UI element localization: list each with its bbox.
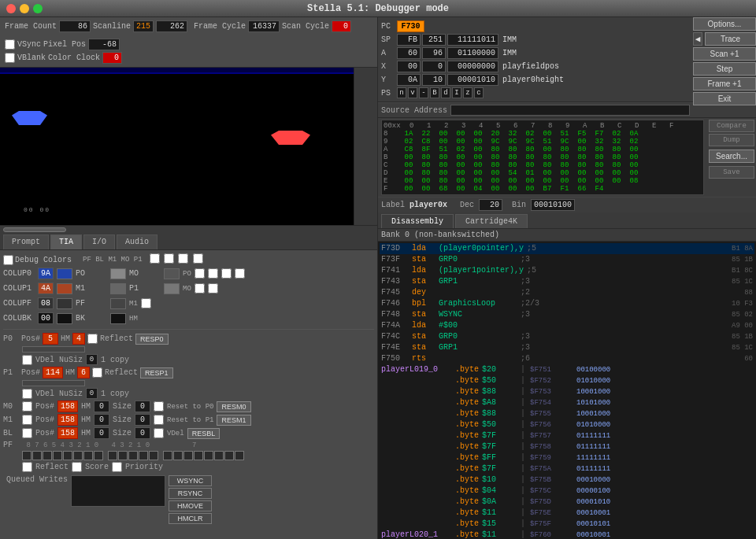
m1-hm-value[interactable]: 0 bbox=[94, 414, 109, 426]
disasm-row[interactable]: .byte $50 | $F752 01010000 bbox=[380, 375, 754, 386]
debug-colors-label[interactable]: Debug Colors bbox=[3, 255, 72, 265]
m0-reset-cb[interactable] bbox=[154, 401, 164, 412]
search-button[interactable]: Search... bbox=[709, 150, 754, 163]
left-arrow[interactable]: ◀ bbox=[693, 32, 702, 46]
memory-row[interactable]: C0080800000808080808080808000 bbox=[384, 161, 702, 169]
m1-size-value[interactable]: 0 bbox=[135, 414, 150, 426]
disasm-row[interactable]: .byte $88 | $F755 10001000 bbox=[380, 408, 754, 419]
bl-size-value[interactable]: 0 bbox=[135, 427, 150, 439]
memory-row[interactable]: 902C80000009C9C9C519C00323202 bbox=[384, 138, 702, 146]
x-value[interactable]: 00 bbox=[397, 61, 421, 72]
trace-button[interactable]: Trace bbox=[705, 32, 756, 46]
options-button[interactable]: Options... bbox=[693, 17, 756, 31]
p1-hm-value[interactable]: 6 bbox=[77, 367, 90, 378]
pf-bit-2[interactable] bbox=[43, 451, 52, 460]
disasm-tab-disassembly[interactable]: Disassembly bbox=[381, 214, 454, 228]
sp-value[interactable]: FB bbox=[397, 34, 421, 46]
pf-bit-18[interactable] bbox=[214, 451, 224, 460]
disasm-row[interactable]: F73F sta GRP0 ;3 85 1B bbox=[380, 254, 754, 265]
p1-reflect-cb[interactable] bbox=[92, 367, 102, 378]
p0-vdel-cb[interactable] bbox=[22, 355, 32, 365]
pf-bit-4[interactable] bbox=[63, 451, 72, 460]
disasm-row[interactable]: .byte $7F | $F758 01111111 bbox=[380, 441, 754, 452]
rsync-button[interactable]: RSYNC bbox=[169, 488, 212, 499]
memory-row[interactable]: AC88F510200808080008080808000 bbox=[384, 146, 702, 153]
memory-row[interactable]: E0000800000000000000000000008 bbox=[384, 177, 702, 185]
pf-reflect-cb[interactable] bbox=[22, 462, 32, 472]
disasm-row[interactable]: .byte $7F | $F757 01111111 bbox=[380, 430, 754, 441]
resbl-button[interactable]: RESBL bbox=[187, 428, 220, 439]
disasm-row[interactable]: .byte $A8 | $F754 10101000 bbox=[380, 397, 754, 408]
ps-flag-dash[interactable]: - bbox=[419, 87, 428, 98]
resp1-button[interactable]: RESP1 bbox=[140, 367, 173, 378]
ps-flag-i[interactable]: I bbox=[452, 87, 461, 98]
p0-nusiz-value[interactable]: 0 bbox=[86, 354, 98, 365]
maximize-button[interactable] bbox=[33, 4, 43, 13]
m1-cb2[interactable] bbox=[141, 298, 151, 308]
horizontal-scrollbar[interactable] bbox=[3, 227, 66, 232]
p0-reflect-cb[interactable] bbox=[87, 334, 98, 344]
colup1-value[interactable]: 4A bbox=[38, 282, 54, 294]
ps-flag-v[interactable]: v bbox=[408, 87, 417, 98]
a-value[interactable]: 60 bbox=[397, 47, 421, 59]
disasm-row[interactable]: F750 rts ;6 60 bbox=[380, 353, 754, 364]
m1-pos-value[interactable]: 158 bbox=[57, 414, 78, 426]
disasm-row[interactable]: .byte $11 | $F75E 00010001 bbox=[380, 508, 754, 519]
resm0-button[interactable]: RESM0 bbox=[217, 401, 250, 412]
debug-colors-checkbox[interactable] bbox=[3, 255, 13, 265]
p1-pos-value[interactable]: 114 bbox=[43, 367, 63, 378]
bl-enable-cb[interactable] bbox=[22, 428, 32, 438]
frame-plus1-button[interactable]: Frame +1 bbox=[693, 77, 756, 90]
memory-row[interactable]: 81A220000002032020051F5F7020A bbox=[384, 130, 702, 138]
y-value[interactable]: 0A bbox=[397, 74, 421, 86]
bl-cb[interactable] bbox=[164, 253, 174, 264]
disasm-row[interactable]: .byte $04 | $F75C 00000100 bbox=[380, 485, 754, 497]
pf-bit-10[interactable] bbox=[128, 451, 138, 460]
colubk-value[interactable]: 00 bbox=[38, 312, 54, 324]
bl-vdel-cb[interactable] bbox=[154, 428, 164, 438]
source-addr-display[interactable] bbox=[450, 105, 690, 116]
tab-tia[interactable]: TIA bbox=[50, 234, 82, 249]
pf-bit-14[interactable] bbox=[173, 451, 183, 460]
p0-pf-cb[interactable] bbox=[195, 268, 205, 279]
disasm-row[interactable]: F743 sta GRP1 ;3 85 1C bbox=[380, 276, 754, 287]
m0-enable-cb[interactable] bbox=[22, 401, 32, 412]
pf-bit-11[interactable] bbox=[139, 451, 148, 460]
p0-bl-cb[interactable] bbox=[208, 268, 218, 279]
disasm-row[interactable]: F746 bpl GraphicsLoop ;2/3 10 F3 bbox=[380, 298, 754, 309]
p0-m0-cb[interactable] bbox=[221, 268, 232, 279]
pf-cb[interactable] bbox=[150, 253, 160, 264]
pf-score-cb[interactable] bbox=[72, 462, 82, 472]
ps-flag-n[interactable]: n bbox=[397, 87, 406, 98]
wsync-button[interactable]: WSYNC bbox=[169, 475, 212, 486]
disasm-row[interactable]: .byte $88 | $F753 10001000 bbox=[380, 386, 754, 397]
disasm-row[interactable]: F74E sta GRP1 ;3 85 1C bbox=[380, 342, 754, 353]
resm1-button[interactable]: RESM1 bbox=[217, 415, 250, 426]
m0-cb2[interactable] bbox=[195, 283, 205, 293]
disasm-row[interactable]: .byte $FF | $F759 11111111 bbox=[380, 452, 754, 463]
vsync-checkbox[interactable] bbox=[5, 39, 15, 50]
tab-prompt[interactable]: Prompt bbox=[3, 234, 49, 249]
disasm-row[interactable]: playerL020_1 .byte $11 | $F760 00010001 bbox=[380, 530, 754, 539]
m1-enable-cb[interactable] bbox=[22, 415, 32, 425]
disasm-row[interactable]: F748 sta WSYNC ;3 85 02 bbox=[380, 309, 754, 320]
disasm-row[interactable]: .byte $0A | $F75D 00001010 bbox=[380, 497, 754, 508]
pf-bit-19[interactable] bbox=[224, 451, 234, 460]
minimize-button[interactable] bbox=[20, 4, 29, 13]
m0-size-value[interactable]: 0 bbox=[135, 401, 150, 412]
disasm-row[interactable]: .byte $10 | $F75B 00010000 bbox=[380, 474, 754, 485]
close-button[interactable] bbox=[6, 4, 16, 13]
ps-flag-c[interactable]: c bbox=[474, 87, 484, 98]
disasm-row[interactable]: .byte $50 | $F756 01010000 bbox=[380, 419, 754, 430]
colupf-value[interactable]: 08 bbox=[38, 297, 54, 309]
scan-plus1-button[interactable]: Scan +1 bbox=[693, 47, 756, 61]
bl-hm-value[interactable]: 0 bbox=[94, 427, 109, 439]
exit-button[interactable]: Exit bbox=[693, 92, 756, 105]
p0-hm-value[interactable]: 4 bbox=[72, 333, 85, 345]
disasm-row[interactable]: F74C sta GRP0 ;3 85 1B bbox=[380, 331, 754, 342]
pf-bit-6[interactable] bbox=[83, 451, 93, 460]
disasm-tab-cartridge[interactable]: Cartridge4K bbox=[455, 214, 528, 228]
hmove-button[interactable]: HMOVE bbox=[169, 500, 212, 511]
tab-audio[interactable]: Audio bbox=[117, 234, 158, 249]
ps-flag-b[interactable]: B bbox=[430, 87, 439, 98]
